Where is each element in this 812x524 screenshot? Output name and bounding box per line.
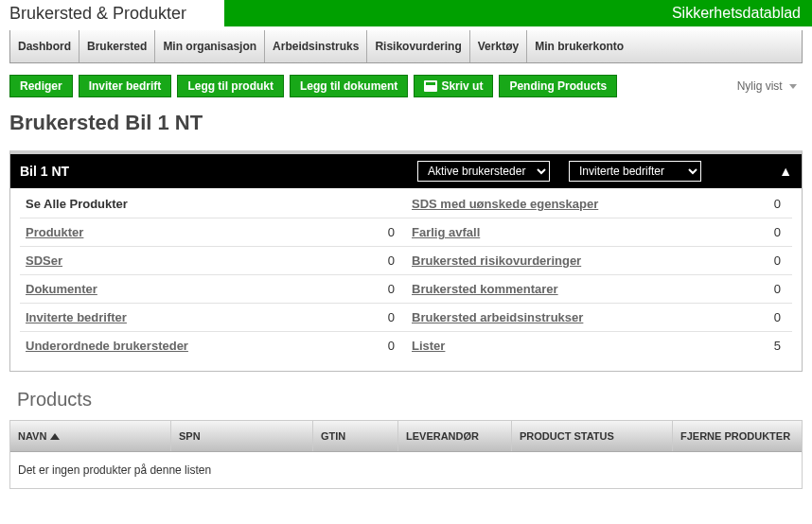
col-spn[interactable]: SPN <box>171 421 313 451</box>
tab-tools[interactable]: Verktøy <box>470 30 527 62</box>
recently-viewed-dropdown[interactable]: Nylig vist <box>737 79 803 93</box>
tab-account[interactable]: Min brukerkonto <box>527 30 631 62</box>
list-item: Brukersted arbeidsinstrukser 0 <box>406 304 792 332</box>
count-value: 5 <box>760 339 786 353</box>
list-item: Lister 5 <box>406 332 792 359</box>
list-item: Dokumenter 0 <box>20 275 406 304</box>
sds-link[interactable]: SDSer <box>26 253 62 268</box>
col-navn-label: NAVN <box>18 430 46 442</box>
pending-products-button[interactable]: Pending Products <box>499 75 617 97</box>
hazardous-waste-link[interactable]: Farlig avfall <box>412 225 480 239</box>
products-table: NAVN SPN GTIN LEVERANDØR PRODUCT STATUS … <box>9 420 803 489</box>
count-value: 0 <box>374 282 400 296</box>
list-item: Inviterte bedrifter 0 <box>20 304 406 332</box>
edit-button[interactable]: Rediger <box>9 75 73 97</box>
location-left-column: Se Alle Produkter Produkter 0 SDSer 0 Do… <box>20 190 406 359</box>
products-section-title: Products <box>0 372 812 420</box>
list-item: SDS med uønskede egenskaper 0 <box>406 190 792 218</box>
sort-asc-icon <box>50 433 60 440</box>
count-value: 0 <box>760 310 786 324</box>
safety-sheet-label: Sikkerhetsdatablad <box>672 5 801 22</box>
location-body: Se Alle Produkter Produkter 0 SDSer 0 Do… <box>10 188 802 371</box>
page-title: Brukersted Bil 1 NT <box>0 105 812 150</box>
list-item: Farlig avfall 0 <box>406 218 792 247</box>
tab-organisation[interactable]: Min organisasjon <box>155 30 265 62</box>
list-item: Underordnede brukersteder 0 <box>20 332 406 359</box>
top-bar: Brukersted & Produkter Sikkerhetsdatabla… <box>0 0 812 26</box>
location-header: Bil 1 NT Aktive brukersteder Inviterte b… <box>10 154 802 188</box>
print-label: Skriv ut <box>441 79 483 93</box>
breadcrumb-title: Brukersted & Produkter <box>0 2 196 26</box>
count-value: 0 <box>760 225 786 239</box>
location-panel: Bil 1 NT Aktive brukersteder Inviterte b… <box>9 150 803 372</box>
invite-company-button[interactable]: Inviter bedrift <box>79 75 172 97</box>
table-header: NAVN SPN GTIN LEVERANDØR PRODUCT STATUS … <box>10 421 802 452</box>
recently-viewed-label: Nylig vist <box>737 79 783 93</box>
collapse-arrow-icon[interactable]: ▲ <box>779 164 792 179</box>
active-locations-select[interactable]: Aktive brukersteder <box>417 161 550 182</box>
add-document-button[interactable]: Legg til dokument <box>290 75 408 97</box>
lists-link[interactable]: Lister <box>412 339 445 353</box>
work-instructions-link[interactable]: Brukersted arbeidsinstrukser <box>412 310 583 324</box>
main-tabs: Dashbord Brukersted Min organisasjon Arb… <box>9 30 803 63</box>
print-icon <box>424 80 437 92</box>
col-product-status[interactable]: PRODUCT STATUS <box>512 421 673 451</box>
count-value: 0 <box>374 310 400 324</box>
actions-row: Rediger Inviter bedrift Legg til produkt… <box>0 63 812 105</box>
tab-dashboard[interactable]: Dashbord <box>10 30 79 62</box>
list-item: Brukersted risikovurderinger 0 <box>406 247 792 275</box>
col-remove-products[interactable]: FJERNE PRODUKTER <box>673 421 802 451</box>
location-name: Bil 1 NT <box>20 164 417 179</box>
risk-assessments-link[interactable]: Brukersted risikovurderinger <box>412 253 581 268</box>
count-value: 0 <box>374 225 400 239</box>
count-value: 0 <box>374 339 400 353</box>
count-value: 0 <box>374 253 400 268</box>
invited-companies-select[interactable]: Inviterte bedrifter <box>569 161 701 182</box>
see-all-products-link[interactable]: Se Alle Produkter <box>26 197 128 211</box>
col-navn[interactable]: NAVN <box>10 421 171 451</box>
sds-unwanted-link[interactable]: SDS med uønskede egenskaper <box>412 197 598 211</box>
count-value: 0 <box>760 197 786 211</box>
sublocations-link[interactable]: Underordnede brukersteder <box>26 339 188 353</box>
tab-brukersted[interactable]: Brukersted <box>79 30 155 62</box>
add-product-button[interactable]: Legg til produkt <box>177 75 284 97</box>
table-empty-message: Det er ingen produkter på denne listen <box>10 452 802 488</box>
documents-link[interactable]: Dokumenter <box>26 282 97 296</box>
print-button[interactable]: Skriv ut <box>414 75 493 97</box>
col-gtin[interactable]: GTIN <box>313 421 398 451</box>
tab-risk[interactable]: Risikovurdering <box>367 30 469 62</box>
col-leverandor[interactable]: LEVERANDØR <box>398 421 512 451</box>
top-right-label: Sikkerhetsdatablad <box>224 0 812 26</box>
list-item: Produkter 0 <box>20 218 406 247</box>
invited-companies-link[interactable]: Inviterte bedrifter <box>26 310 127 324</box>
list-item: Brukersted kommentarer 0 <box>406 275 792 304</box>
products-link[interactable]: Produkter <box>26 225 83 239</box>
chevron-down-icon <box>789 84 797 89</box>
location-right-column: SDS med uønskede egenskaper 0 Farlig avf… <box>406 190 792 359</box>
count-value: 0 <box>760 282 786 296</box>
list-item: SDSer 0 <box>20 247 406 275</box>
count-value: 0 <box>760 253 786 268</box>
list-item: Se Alle Produkter <box>20 190 406 218</box>
comments-link[interactable]: Brukersted kommentarer <box>412 282 558 296</box>
tab-worksheet[interactable]: Arbeidsinstruks <box>265 30 367 62</box>
